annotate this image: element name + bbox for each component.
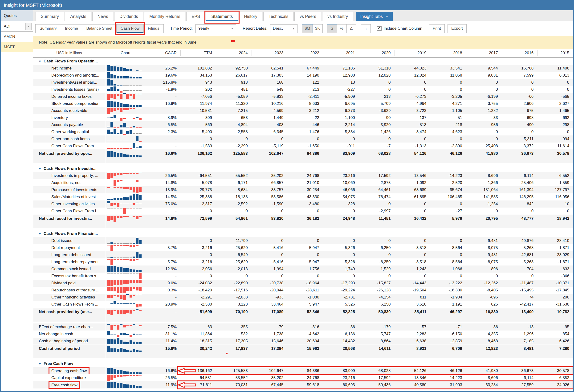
year-value: 0 [466, 87, 502, 92]
year-value: 51 [430, 115, 466, 120]
cagr-value: 215.8% [144, 80, 180, 85]
bar-positive [129, 340, 132, 344]
format-button[interactable]: Δ [347, 24, 356, 33]
subtab-cash-flow[interactable]: Cash Flow [116, 24, 144, 33]
section-label: Cash Flows From Investin... [43, 166, 97, 171]
bar-negative [107, 280, 110, 286]
include-chart-checkbox[interactable] [377, 26, 382, 31]
zero-dash [129, 257, 132, 258]
year-value: 6,426 [537, 339, 573, 344]
collapse-icon[interactable]: ▼ [38, 232, 41, 236]
bar-positive [126, 384, 129, 388]
tab-vs-industry[interactable]: vs Industry [322, 12, 353, 21]
expand-columns-button[interactable]: ↔ [361, 24, 371, 33]
print-button[interactable]: Print [429, 24, 445, 33]
bar-negative [123, 295, 126, 300]
bar-negative [120, 259, 123, 260]
year-value: 76,474 [359, 195, 394, 199]
red-annotation-mark [226, 353, 227, 354]
quote-combobox[interactable]: ADI ▼ [1, 21, 33, 32]
unit-button-k[interactable]: $K [312, 24, 323, 33]
format-button[interactable]: % [337, 24, 347, 33]
ttm-value: 63 [180, 325, 216, 329]
chevron-down-icon: ▼ [231, 27, 233, 30]
cagr-value: 26.5% [144, 173, 180, 178]
collapse-icon[interactable]: ▼ [38, 60, 41, 63]
chevron-down-icon[interactable]: ▼ [25, 23, 32, 30]
year-value: -218 [430, 123, 466, 127]
sidebar-item-msft[interactable]: MSFT [1, 42, 33, 52]
subtab-summary[interactable]: Summary [35, 24, 61, 33]
bar-negative [129, 335, 132, 337]
tab-eps[interactable]: EPS [186, 12, 205, 21]
ttm-value: 34,153 [180, 73, 216, 78]
bar-negative [136, 245, 139, 246]
tab-monthly-returns[interactable]: Monthly Returns [144, 12, 185, 21]
tab-statements[interactable]: Statements [206, 12, 238, 21]
zero-dash [117, 141, 119, 141]
cagr-value: - [144, 308, 180, 315]
year-value: -490 [502, 123, 537, 127]
table-row: Other Cash Flows From ...20.9%-2,5303,12… [33, 301, 573, 308]
table-row: Net income25.2%101,83292,75082,54167,449… [33, 65, 573, 72]
format-button[interactable]: $ [327, 24, 337, 33]
sidebar-item-amzn[interactable]: AMZN [1, 32, 33, 42]
report-dates-value: Desc. [273, 26, 283, 31]
year-value: 54,126 [394, 369, 430, 373]
section-gap [33, 163, 573, 165]
bar-positive [117, 89, 119, 91]
tab-news[interactable]: News [92, 12, 113, 21]
collapse-icon[interactable]: ▼ [38, 362, 41, 366]
bar-positive [114, 349, 116, 352]
mini-bar-chart [107, 238, 142, 244]
tab-analysts[interactable]: Analysts [65, 12, 91, 21]
export-button[interactable]: Export [448, 24, 467, 33]
chart-cell [105, 187, 144, 193]
year-value: 0 [466, 137, 502, 141]
tab-technicals[interactable]: Technicals [263, 12, 293, 21]
unit-button-m[interactable]: $M [302, 24, 313, 33]
tab-summary[interactable]: Summary [36, 12, 64, 21]
row-label: Free cash flow [48, 381, 80, 389]
year-value: -13 [502, 325, 537, 329]
year-value: 1,296 [502, 332, 537, 336]
tab-dividends[interactable]: Dividends [114, 12, 143, 21]
bar-negative [120, 94, 123, 99]
row-label-cell: Depreciation and amortiz... [33, 73, 105, 78]
year-value: -5,059 [216, 94, 251, 99]
report-dates-select[interactable]: Desc. ▼ [270, 24, 297, 33]
year-value: 811 [394, 295, 430, 300]
subtab-income[interactable]: Income [61, 24, 82, 33]
bar-negative [123, 375, 126, 376]
bar-positive [136, 334, 139, 335]
collapse-icon[interactable]: ▼ [38, 167, 41, 170]
tab-history[interactable]: History [239, 12, 262, 21]
time-period-select[interactable]: Yearly ▼ [196, 24, 236, 33]
table-row: Other working capital2.3%5,4002,5586,345… [33, 128, 573, 135]
year-value: 0 [502, 274, 537, 278]
mini-bar-chart [107, 324, 142, 330]
year-value: -33 [466, 115, 502, 120]
insight-tabs-button[interactable]: Insight Tabs▼ [356, 12, 393, 21]
year-value: 0 [502, 87, 537, 92]
year-value: 11,408 [537, 66, 573, 71]
year-value: -8,564 [430, 246, 466, 250]
bar-negative [123, 180, 126, 180]
zero-dash [114, 208, 116, 208]
subtab-balance-sheet[interactable]: Balance Sheet [82, 24, 117, 33]
table-body: ▼Cash Flows From Operatin...Net income25… [33, 58, 573, 389]
bar-positive [117, 338, 119, 344]
subtab-filings[interactable]: Filings [144, 24, 164, 33]
year-value: -20,738 [251, 281, 287, 286]
bar-negative [107, 375, 110, 381]
zero-dash [139, 208, 142, 208]
year-value: 0 [466, 80, 502, 85]
bar-negative [126, 287, 129, 291]
chart-cell [105, 94, 144, 100]
table-row: Deferred income taxes--7,056-5,059-5,833… [33, 93, 573, 100]
tab-vs-peers[interactable]: vs Peers [294, 12, 321, 21]
year-value: 83,909 [323, 150, 359, 157]
year-value: -30,254 [287, 187, 323, 192]
table-row: ▼Cash Flows From Financin... [33, 230, 573, 237]
year-value: -79 [251, 325, 287, 329]
